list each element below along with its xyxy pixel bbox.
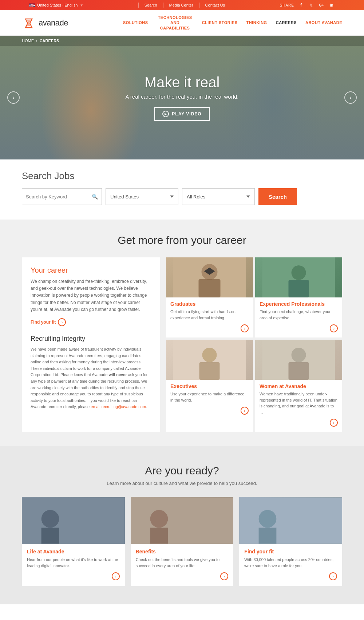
topbar-linkedin[interactable]: in (328, 2, 335, 8)
benefits-text: Check out the benefits and tools we give… (136, 557, 229, 569)
career-left-panel: Your career We champion creativity and f… (22, 257, 160, 432)
topbar-gplus[interactable]: G+ (318, 2, 325, 8)
fit-title: Find your fit (244, 549, 337, 554)
media-center-link[interactable]: Media Center (169, 3, 193, 7)
share-label: SHARE (280, 3, 294, 7)
find-fit-arrow: › (58, 318, 66, 326)
recruiting-email-link[interactable]: email recruiting@avanade.com (91, 404, 146, 409)
your-career-text: We champion creativity and free-thinking… (31, 278, 151, 313)
search-jobs-button[interactable]: Search (258, 188, 297, 205)
topbar-twitter[interactable]: 𝕏 (308, 2, 314, 8)
life-text: Hear from our people on what it's like t… (27, 557, 120, 569)
topbar-facebook[interactable]: f (298, 2, 304, 8)
svg-rect-18 (131, 498, 234, 544)
svg-rect-21 (239, 498, 342, 544)
hero-subtitle: A real career, for the real you, in the … (126, 94, 239, 100)
find-fit-label: Find your fit (31, 320, 56, 325)
svg-point-13 (292, 348, 306, 362)
svg-rect-4 (199, 279, 221, 297)
recruiting-title: Recruiting Integrity (31, 335, 151, 343)
search-link[interactable]: Search (145, 3, 157, 7)
svg-point-19 (150, 510, 168, 528)
play-video-label: PLAY VIDEO (172, 111, 201, 117)
svg-point-22 (259, 510, 277, 528)
fit-image (239, 497, 342, 544)
main-nav: avanade SOLUTIONS TECHNOLOGIES AND CAPAB… (0, 10, 364, 36)
women-arrow[interactable]: › (330, 419, 338, 427)
card-executives: Executives Use your experience to make a… (166, 340, 253, 432)
life-title: Life at Avanade (27, 549, 120, 554)
svg-point-7 (292, 265, 306, 280)
svg-rect-23 (259, 528, 277, 544)
contact-us-link[interactable]: Contact Us (205, 3, 225, 7)
experienced-image (255, 257, 342, 297)
life-image (22, 497, 125, 544)
graduates-title: Graduates (170, 301, 249, 307)
search-section: Search Jobs 🔍 United States United Kingd… (0, 159, 364, 220)
your-career-title: Your career (31, 266, 151, 275)
keyword-input[interactable] (26, 194, 89, 200)
graduates-text: Get off to a flying start with hands-on … (170, 309, 249, 321)
roles-select[interactable]: All Roles Consulting Technology (182, 188, 255, 205)
svg-rect-17 (41, 528, 59, 544)
nav-client-stories[interactable]: CLIENT STORIES (202, 20, 238, 25)
top-bar: 🇺🇸 United States · English ▼ Search Medi… (0, 0, 364, 10)
card-graduates: Graduates Get off to a flying start with… (166, 257, 253, 337)
women-image (255, 340, 342, 380)
graduates-image (166, 257, 253, 297)
follow-section: Follow Us f 🐦 in ▶ P ◻ (0, 604, 364, 620)
graduates-arrow[interactable]: › (241, 324, 249, 332)
ready-section: Are you ready? Learn more about our cult… (0, 446, 364, 604)
women-text: Women have traditionally been under-repr… (260, 391, 338, 415)
breadcrumb-home[interactable]: HOME (22, 39, 34, 43)
fit-text: With 30,000 talented people across 20+ c… (244, 557, 337, 569)
svg-rect-14 (289, 362, 309, 380)
ready-subtitle: Learn more about our culture and what we… (22, 481, 342, 486)
nav-tech-cap[interactable]: TECHNOLOGIES AND CAPABILITIES (157, 15, 193, 31)
hero-banner: HOME › CAREERS ‹ Make it real A real car… (0, 36, 364, 159)
logo-text[interactable]: avanade (39, 18, 68, 28)
breadcrumb-current: CAREERS (40, 39, 59, 43)
hero-next-button[interactable]: › (344, 91, 357, 104)
card-women: Women at Avanade Women have traditionall… (255, 340, 342, 432)
nav-thinking[interactable]: THINKING (246, 20, 267, 25)
nav-careers[interactable]: CAREERS (276, 20, 297, 25)
svg-rect-15 (22, 498, 125, 544)
play-video-button[interactable]: ▶ PLAY VIDEO (154, 107, 209, 121)
card-experienced: Experienced Professionals Find your next… (255, 257, 342, 337)
ready-card-fit: Find your fit With 30,000 talented peopl… (239, 497, 342, 586)
country-select[interactable]: United States United Kingdom Australia (106, 188, 178, 205)
breadcrumb-sep: › (36, 39, 37, 43)
ready-card-life: Life at Avanade Hear from our people on … (22, 497, 125, 586)
fit-arrow[interactable]: › (329, 572, 337, 580)
hero-prev-button[interactable]: ‹ (7, 91, 20, 104)
life-arrow[interactable]: › (112, 572, 120, 580)
benefits-arrow[interactable]: › (220, 572, 228, 580)
hero-content: Make it real A real career, for the real… (126, 74, 239, 121)
avanade-logo-icon (22, 16, 36, 30)
executives-arrow[interactable]: › (241, 407, 249, 415)
experienced-text: Find your next challenge, whatever your … (260, 309, 338, 321)
svg-rect-20 (150, 528, 168, 544)
career-section-title: Get more from your career (22, 234, 342, 246)
executives-title: Executives (170, 383, 249, 389)
executives-image (166, 340, 253, 380)
svg-point-10 (202, 348, 217, 362)
play-icon: ▶ (162, 111, 169, 117)
experienced-title: Experienced Professionals (260, 301, 338, 307)
benefits-title: Benefits (136, 549, 229, 554)
women-title: Women at Avanade (260, 383, 338, 389)
career-section: Get more from your career Your career We… (0, 220, 364, 446)
search-jobs-title: Search Jobs (22, 170, 342, 182)
country-selector[interactable]: United States · English (37, 3, 78, 7)
nav-about[interactable]: ABOUT AVANADE (305, 20, 342, 25)
executives-text: Use your experience to make a difference… (170, 391, 249, 403)
experienced-arrow[interactable]: › (330, 324, 338, 332)
ready-title: Are you ready? (22, 465, 342, 477)
flag-icon: 🇺🇸 (29, 3, 35, 7)
hero-title: Make it real (126, 74, 239, 91)
keyword-input-wrapper: 🔍 (22, 188, 102, 205)
nav-solutions[interactable]: SOLUTIONS (123, 20, 148, 25)
find-fit-link[interactable]: Find your fit › (31, 318, 151, 326)
ready-card-benefits: Benefits Check out the benefits and tool… (131, 497, 234, 586)
